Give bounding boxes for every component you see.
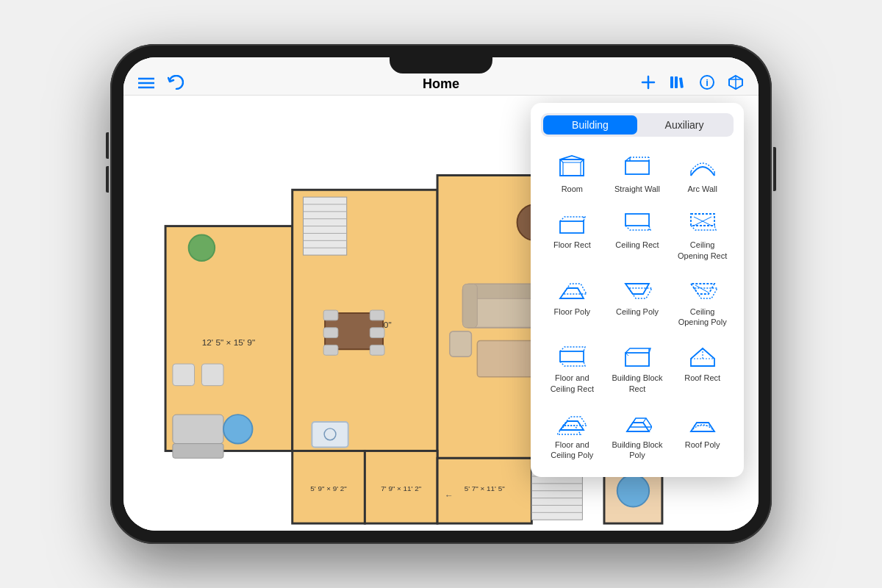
svg-line-114 [643,418,646,423]
svg-rect-6 [675,76,678,88]
floor-ceiling-poly-icon [554,409,589,438]
svg-rect-49 [201,364,223,386]
screen-content: Home [123,57,759,531]
info-icon[interactable]: i [700,75,714,93]
svg-marker-95 [628,288,652,298]
floor-ceiling-rect-item[interactable]: Floor and Ceiling Rect [541,336,603,400]
ceiling-poly-label: Ceiling Poly [616,306,659,317]
building-block-rect-icon [620,342,655,371]
vol-up-button[interactable] [106,132,109,159]
floor-ceiling-poly-label: Floor and Ceiling Poly [544,440,600,461]
floor-ceiling-rect-label: Floor and Ceiling Rect [544,373,600,394]
floor-poly-icon [554,276,589,305]
svg-rect-89 [691,214,714,226]
ceiling-opening-poly-label: Ceiling Opening Poly [674,306,731,328]
svg-text:12' 5" × 15' 9": 12' 5" × 15' 9" [202,337,255,348]
svg-rect-100 [625,353,649,366]
arc-wall-icon [685,153,720,182]
svg-rect-65 [312,422,348,448]
ceiling-opening-rect-icon [685,209,720,238]
svg-rect-62 [450,331,472,357]
floorplan[interactable]: 12' 5" × 15' 9" 15' 2" × 18' 0" 40' 8" ×… [123,96,759,531]
svg-rect-44 [173,415,223,443]
ceiling-poly-icon [620,276,655,305]
svg-rect-54 [370,310,384,320]
roof-poly-icon [685,409,720,438]
svg-point-47 [189,234,215,261]
building-block-rect-label: Building Block Rect [609,373,666,394]
roof-poly-label: Roof Poly [685,440,720,450]
building-block-poly-label: Building Block Poly [609,440,666,461]
view3d-icon[interactable] [728,74,744,94]
ceiling-rect-item[interactable]: Ceiling Rect [606,203,669,267]
ceiling-rect-label: Ceiling Rect [615,240,659,250]
building-block-rect-item[interactable]: Building Block Rect [606,336,669,400]
svg-rect-56 [370,345,384,355]
ceiling-opening-rect-label: Ceiling Opening Rect [674,240,731,261]
svg-text:7' 9" × 11' 2": 7' 9" × 11' 2" [381,484,421,492]
room-item[interactable]: Room [541,147,603,200]
ceiling-rect-icon [620,209,655,238]
arc-wall-item[interactable]: Arc Wall [671,147,734,200]
room-icon [554,153,589,182]
floor-rect-item[interactable]: Floor Rect [541,203,603,267]
ceiling-poly-item[interactable]: Ceiling Poly [606,270,669,334]
straight-wall-item[interactable]: Straight Wall [606,147,669,200]
svg-text:5' 9" × 9' 2": 5' 9" × 9' 2" [310,484,347,492]
svg-rect-59 [463,284,478,328]
svg-marker-115 [691,423,714,431]
building-items-grid: Room [541,147,734,467]
floor-rect-icon [554,209,589,238]
svg-rect-5 [670,76,673,88]
library-icon[interactable] [669,75,686,93]
svg-rect-55 [370,328,384,338]
building-block-poly-item[interactable]: Building Block Poly [606,403,669,467]
svg-rect-78 [625,161,649,174]
svg-rect-51 [323,310,338,320]
svg-rect-52 [323,328,338,338]
segment-control[interactable]: Building Auxiliary [541,113,734,137]
phone-frame: Home [110,44,772,544]
ceiling-opening-poly-icon [685,276,720,305]
svg-rect-85 [560,221,584,233]
vol-down-button[interactable] [106,166,109,193]
toolbar-right: i [441,74,744,94]
svg-line-111 [627,427,630,431]
ceiling-opening-rect-item[interactable]: Ceiling Opening Rect [671,203,734,267]
floor-poly-label: Floor Poly [554,306,591,317]
roof-poly-item[interactable]: Roof Poly [671,403,734,467]
add-icon[interactable] [641,75,656,93]
floor-ceiling-poly-item[interactable]: Floor and Ceiling Poly [541,403,603,467]
floor-ceiling-rect-icon [554,342,589,371]
roof-rect-item[interactable]: Roof Rect [671,336,734,400]
page-title: Home [423,76,459,92]
roof-rect-label: Roof Rect [684,373,720,383]
svg-line-98 [695,285,709,293]
ceiling-opening-poly-item[interactable]: Ceiling Opening Poly [671,270,734,334]
undo-icon[interactable] [168,75,184,93]
building-tab[interactable]: Building [543,115,637,135]
straight-wall-icon [620,153,655,182]
toolbar-center: Home [423,74,459,95]
svg-rect-99 [560,351,584,362]
svg-rect-45 [173,444,223,459]
svg-rect-53 [323,345,338,355]
svg-line-112 [649,427,652,431]
notch [390,57,492,74]
toolbar-left [138,75,441,93]
svg-rect-7 [679,77,684,87]
svg-marker-93 [563,284,587,294]
svg-rect-87 [625,214,649,226]
roof-rect-icon [685,342,720,371]
room-label: Room [562,184,583,194]
auxiliary-tab[interactable]: Auxiliary [637,115,731,135]
building-panel: Building Auxiliary [531,103,744,477]
svg-point-46 [223,415,252,443]
power-button[interactable] [773,147,776,191]
menu-icon[interactable] [138,76,154,93]
svg-point-71 [617,475,649,506]
phone-screen: Home [123,57,759,531]
svg-rect-48 [173,364,195,386]
svg-marker-97 [694,288,717,298]
floor-poly-item[interactable]: Floor Poly [541,270,603,334]
